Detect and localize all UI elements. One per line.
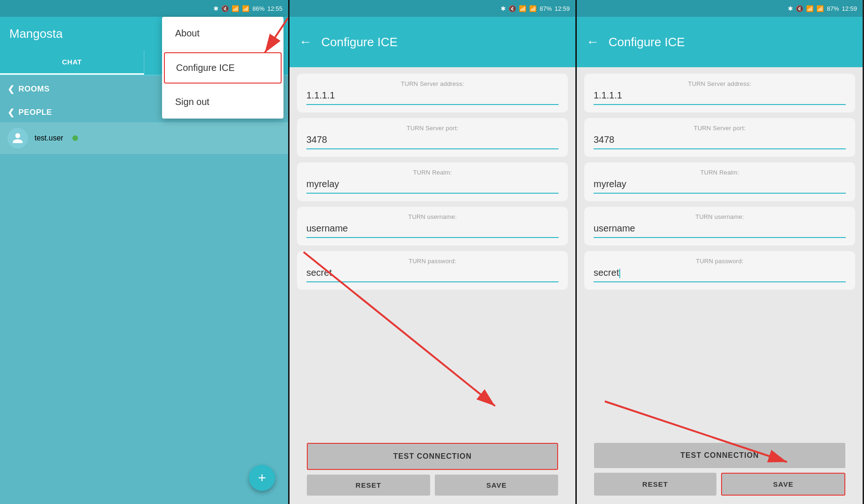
field-card-username-1: TURN username: username (297, 207, 568, 245)
bluetooth-icon: ✱ (213, 5, 219, 12)
time-display-3: 12:59 (842, 5, 857, 12)
user-item-test[interactable]: test.user (0, 122, 288, 154)
field-label-port-2: TURN Server port: (594, 125, 846, 132)
field-value-password-1[interactable]: secret (306, 267, 559, 282)
time-display-2: 12:59 (554, 5, 570, 12)
ice-body-2: TURN Server address: 1.1.1.1 TURN Server… (577, 67, 863, 436)
online-indicator (72, 135, 78, 141)
ice-buttons-2: TEST CONNECTION RESET SAVE (577, 436, 863, 504)
field-value-password-2[interactable]: secret (594, 267, 846, 282)
wifi-icon-2: 📶 (519, 5, 526, 12)
field-card-password-1: TURN password: secret (297, 251, 568, 290)
ice-screen-1: ✱ 🔇 📶 📶 87% 12:59 ← Configure ICE TURN S… (290, 0, 575, 504)
ice-body-1: TURN Server address: 1.1.1.1 TURN Server… (290, 67, 575, 436)
field-card-realm-1: TURN Realm: myrelay (297, 162, 568, 201)
bluetooth-icon-3: ✱ (788, 5, 793, 12)
signal-icon-3: 📶 (816, 5, 824, 12)
user-name: test.user (35, 134, 63, 142)
test-connection-button-1[interactable]: TEST CONNECTION (307, 443, 559, 470)
test-connection-button-2[interactable]: TEST CONNECTION (594, 443, 846, 468)
avatar (7, 128, 28, 148)
field-value-server-addr-1[interactable]: 1.1.1.1 (306, 90, 559, 105)
field-label-username-1: TURN username: (306, 213, 559, 220)
reset-button-1[interactable]: RESET (307, 475, 430, 496)
field-label-username-2: TURN username: (594, 213, 846, 220)
field-value-port-1[interactable]: 3478 (306, 134, 559, 149)
ice-screen-2: ✱ 🔇 📶 📶 87% 12:59 ← Configure ICE TURN S… (577, 0, 863, 504)
time-display: 12:55 (267, 5, 283, 12)
reset-button-2[interactable]: RESET (594, 473, 716, 496)
save-button-2[interactable]: SAVE (721, 473, 845, 496)
field-label-server-addr-2: TURN Server address: (594, 80, 846, 87)
status-bar-3: ✱ 🔇 📶 📶 87% 12:59 (577, 0, 863, 17)
battery-text: 86% (252, 5, 264, 12)
panel-3: ✱ 🔇 📶 📶 87% 12:59 ← Configure ICE TURN S… (577, 0, 863, 504)
menu-item-configure-ice[interactable]: Configure ICE (164, 52, 282, 84)
save-button-1[interactable]: SAVE (435, 475, 558, 496)
rooms-chevron[interactable]: ❮ (7, 84, 15, 94)
fab-button[interactable]: + (249, 465, 275, 491)
menu-item-signout[interactable]: Sign out (162, 85, 283, 119)
battery-text-2: 87% (539, 5, 552, 12)
field-label-realm-1: TURN Realm: (306, 169, 559, 176)
panel-2: ✱ 🔇 📶 📶 87% 12:59 ← Configure ICE TURN S… (290, 0, 577, 504)
field-card-server-addr-2: TURN Server address: 1.1.1.1 (584, 74, 855, 112)
people-chevron[interactable]: ❮ (7, 107, 15, 118)
field-value-port-2[interactable]: 3478 (594, 134, 846, 149)
battery-text-3: 87% (827, 5, 839, 12)
ice-title-2: Configure ICE (609, 35, 685, 49)
field-label-server-addr-1: TURN Server address: (306, 80, 559, 87)
field-label-realm-2: TURN Realm: (594, 169, 846, 176)
field-card-realm-2: TURN Realm: myrelay (584, 162, 855, 201)
ice-title-1: Configure ICE (321, 35, 397, 49)
field-value-server-addr-2[interactable]: 1.1.1.1 (594, 90, 846, 105)
panel-1: ✱ 🔇 📶 📶 86% 12:55 Mangosta CHAT CONTACTS… (0, 0, 290, 504)
field-label-port-1: TURN Server port: (306, 125, 559, 132)
people-label: PEOPLE (19, 108, 52, 117)
mute-icon: 🔇 (221, 5, 229, 12)
field-card-server-addr-1: TURN Server address: 1.1.1.1 (297, 74, 568, 112)
mute-icon-3: 🔇 (796, 5, 803, 12)
back-button-1[interactable]: ← (299, 35, 312, 49)
btn-row-2: RESET SAVE (594, 473, 846, 496)
field-label-password-1: TURN password: (306, 258, 559, 265)
mute-icon-2: 🔇 (509, 5, 516, 12)
field-card-port-2: TURN Server port: 3478 (584, 118, 855, 157)
status-bar-2: ✱ 🔇 📶 📶 87% 12:59 (290, 0, 575, 17)
ice-buttons-1: TEST CONNECTION RESET SAVE (290, 436, 575, 504)
wifi-icon-3: 📶 (806, 5, 814, 12)
tab-chat[interactable]: CHAT (0, 50, 144, 75)
wifi-icon: 📶 (232, 5, 239, 12)
phone-screen-1: ✱ 🔇 📶 📶 86% 12:55 Mangosta CHAT CONTACTS… (0, 0, 288, 504)
bluetooth-icon-2: ✱ (501, 5, 506, 12)
field-value-realm-2[interactable]: myrelay (594, 179, 846, 194)
signal-icon-2: 📶 (529, 5, 537, 12)
field-label-password-2: TURN password: (594, 258, 846, 265)
signal-icon: 📶 (242, 5, 249, 12)
ice-header-2: ← Configure ICE (577, 17, 863, 67)
sidebar-content: ❮ ROOMS ❮ PEOPLE test.user (0, 76, 288, 504)
ice-header-1: ← Configure ICE (290, 17, 575, 67)
dropdown-menu: About Configure ICE Sign out (162, 17, 283, 119)
rooms-label: ROOMS (19, 84, 50, 94)
cursor (619, 269, 620, 278)
field-value-username-2[interactable]: username (594, 223, 846, 238)
btn-row-1: RESET SAVE (307, 475, 559, 496)
field-value-username-1[interactable]: username (306, 223, 559, 238)
app-title: Mangosta (9, 27, 63, 41)
field-card-password-2: TURN password: secret (584, 251, 855, 290)
status-bar-1: ✱ 🔇 📶 📶 86% 12:55 (0, 0, 288, 17)
field-card-port-1: TURN Server port: 3478 (297, 118, 568, 157)
field-card-username-2: TURN username: username (584, 207, 855, 245)
menu-item-about[interactable]: About (162, 17, 283, 50)
back-button-2[interactable]: ← (586, 35, 599, 49)
field-value-realm-1[interactable]: myrelay (306, 179, 559, 194)
